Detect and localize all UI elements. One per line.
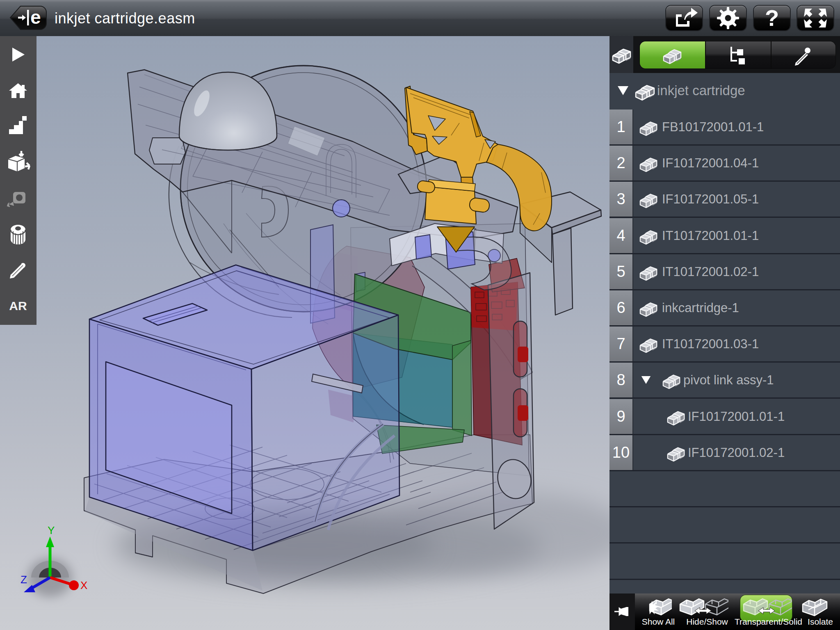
svg-text:AR: AR — [9, 299, 27, 313]
svg-text:e: e — [30, 7, 41, 28]
svg-text:?: ? — [765, 6, 779, 30]
svg-text:X: X — [80, 579, 87, 591]
svg-text:Z: Z — [21, 573, 27, 586]
svg-text:Y: Y — [48, 524, 55, 536]
